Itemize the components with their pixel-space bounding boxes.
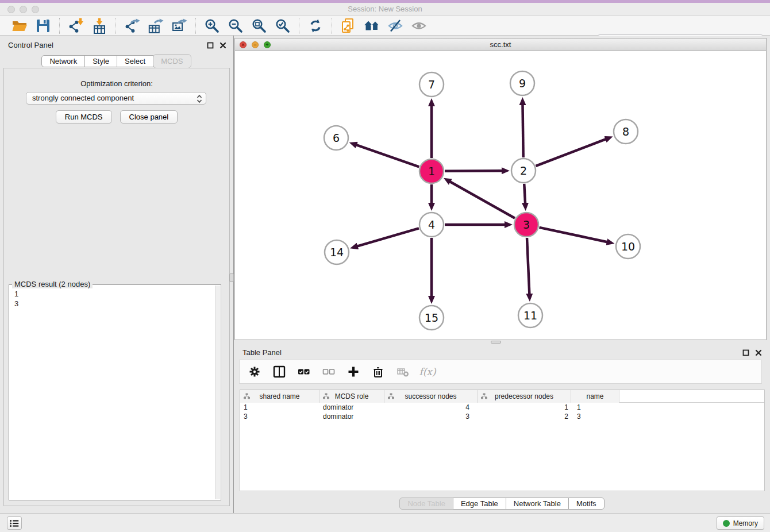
graph-node-label-7: 7 (428, 78, 435, 91)
zoom-out-icon[interactable] (228, 18, 244, 34)
export-network-icon[interactable] (124, 18, 140, 34)
table-cell: 1 (240, 403, 319, 412)
graph-edge-2-9[interactable] (522, 105, 523, 157)
minimize-window-button[interactable] (20, 6, 27, 13)
table-header-row: shared nameMCDS rolesuccessor nodesprede… (240, 390, 764, 403)
mcds-result-text[interactable]: 13 (10, 286, 214, 499)
import-network-icon[interactable] (68, 18, 84, 34)
tab-network-table[interactable]: Network Table (506, 498, 569, 510)
run-mcds-button[interactable]: Run MCDS (56, 110, 112, 124)
table-cell: dominator (319, 412, 384, 421)
hide-selected-icon[interactable] (387, 18, 403, 34)
function-builder-icon: f(x) (421, 365, 434, 379)
graph-node-label-11: 11 (523, 309, 537, 322)
tab-mcds[interactable]: MCDS (153, 54, 191, 68)
criterion-dropdown[interactable]: strongly connected component (26, 92, 206, 105)
graph-edge-2-8[interactable] (536, 139, 606, 166)
column-header-successor-nodes[interactable]: successor nodes (384, 390, 478, 403)
close-table-panel-icon[interactable] (755, 349, 762, 356)
panel-divider-horizontal[interactable] (234, 340, 770, 345)
float-panel-icon[interactable] (207, 42, 214, 49)
memory-status-dot (723, 520, 730, 527)
first-neighbors-icon[interactable] (364, 18, 380, 34)
graph-node-label-4: 4 (428, 218, 435, 231)
graph-edge-1-2[interactable] (445, 171, 502, 171)
criterion-value: strongly connected component (32, 94, 134, 102)
columns-icon[interactable] (272, 365, 286, 379)
list-icon (9, 518, 20, 529)
column-header-name[interactable]: name (571, 390, 619, 403)
node-table: shared nameMCDS rolesuccessor nodesprede… (240, 390, 765, 491)
network-minimize-button[interactable]: − (252, 41, 259, 48)
export-image-icon[interactable] (171, 18, 187, 34)
delete-row-icon[interactable] (371, 365, 385, 379)
table-panel: Table Panel f(x) shared nameMCDS rolesuc… (234, 345, 770, 513)
duplicate-network-icon[interactable] (340, 18, 356, 34)
table-cell: 4 (384, 403, 478, 412)
tab-style[interactable]: Style (84, 55, 117, 67)
open-folder-icon[interactable] (11, 18, 28, 34)
graph-node-label-15: 15 (425, 311, 438, 324)
graph-edge-3-1[interactable] (450, 182, 515, 218)
divider-grip-horizontal[interactable] (491, 341, 501, 344)
refresh-icon[interactable] (307, 18, 324, 34)
deselect-all-icon[interactable] (322, 365, 336, 379)
control-panel: Control Panel NetworkStyleSelectMCDS Opt… (0, 36, 233, 513)
tab-network[interactable]: Network (41, 55, 85, 67)
network-canvas: 1234678910111415 (235, 51, 766, 340)
graph-edge-1-6[interactable] (356, 145, 419, 167)
graph-edge-2-3[interactable] (524, 184, 525, 203)
network-view-window: × − + scc.txt 1234678910111415 (234, 38, 767, 340)
mcds-result-line: 1 (14, 289, 210, 299)
zoom-fit-icon[interactable] (251, 18, 267, 34)
result-scrollbar[interactable] (215, 286, 220, 499)
table-cell: 2 (478, 412, 571, 421)
tab-motifs[interactable]: Motifs (568, 498, 605, 510)
network-close-button[interactable]: × (240, 41, 247, 48)
zoom-in-icon[interactable] (204, 18, 220, 34)
graph-node-label-1: 1 (428, 165, 435, 178)
delete-table-icon (396, 365, 410, 379)
graph-edge-4-14[interactable] (357, 228, 419, 246)
column-header-shared-name[interactable]: shared name (240, 390, 319, 403)
table-cell: 1 (478, 403, 571, 412)
add-row-icon[interactable] (346, 365, 360, 379)
gear-icon[interactable] (248, 365, 261, 379)
table-cell: 3 (240, 412, 319, 421)
tab-select[interactable]: Select (117, 55, 153, 67)
mcds-result-line: 3 (14, 299, 210, 309)
import-table-icon[interactable] (91, 18, 107, 34)
close-panel-icon[interactable] (220, 42, 226, 49)
window-controls[interactable] (7, 6, 39, 13)
graph-node-label-9: 9 (519, 77, 526, 90)
graph-node-label-6: 6 (333, 132, 340, 144)
graph-edge-3-10[interactable] (539, 228, 607, 242)
zoom-selected-icon[interactable] (275, 18, 291, 34)
network-maximize-button[interactable]: + (264, 41, 271, 48)
tab-node-table[interactable]: Node Table (399, 498, 453, 510)
table-tabs: Node TableEdge TableNetwork TableMotifs (234, 498, 770, 510)
maximize-window-button[interactable] (32, 6, 39, 13)
column-header-predecessor-nodes[interactable]: predecessor nodes (478, 390, 571, 403)
select-all-icon[interactable] (297, 365, 311, 379)
table-row[interactable]: 3dominator323 (240, 412, 764, 421)
divider-grip[interactable] (229, 273, 234, 282)
close-panel-button[interactable]: Close panel (120, 110, 178, 124)
save-icon[interactable] (35, 18, 51, 34)
optimization-criterion-label: Optimization criterion: (4, 79, 229, 88)
tab-edge-table[interactable]: Edge Table (453, 498, 506, 510)
main-area: Control Panel NetworkStyleSelectMCDS Opt… (0, 36, 770, 513)
export-table-icon[interactable] (148, 18, 164, 34)
close-window-button[interactable] (7, 6, 15, 13)
task-history-button[interactable] (7, 516, 22, 530)
graph-node-label-2: 2 (520, 164, 527, 177)
status-bar: Memory (0, 513, 770, 532)
column-header-MCDS-role[interactable]: MCDS role (319, 390, 384, 403)
window-titlebar: Session: New Session (0, 3, 770, 16)
table-row[interactable]: 1dominator411 (240, 403, 764, 412)
graph-edge-3-11[interactable] (527, 238, 529, 294)
table-cell: 3 (571, 412, 619, 421)
memory-button[interactable]: Memory (717, 516, 764, 530)
graph-node-label-8: 8 (622, 125, 629, 138)
float-table-panel-icon[interactable] (742, 349, 749, 356)
